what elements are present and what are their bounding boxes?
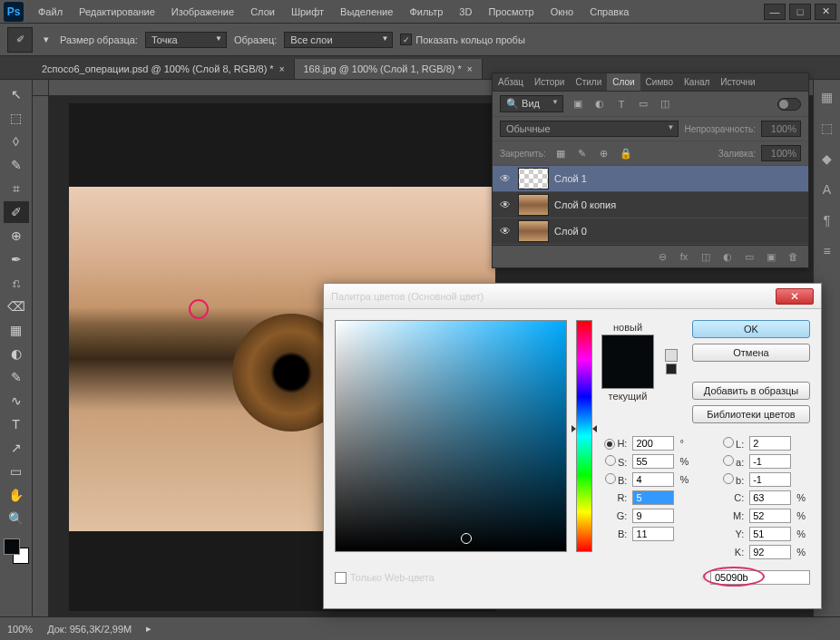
tool-7[interactable]: ✒	[4, 248, 29, 270]
close-icon[interactable]: ×	[467, 64, 473, 74]
layer-action-4[interactable]: ▭	[741, 249, 757, 264]
sample-size-select[interactable]: Точка	[145, 32, 227, 48]
visibility-icon[interactable]: 👁	[498, 225, 513, 238]
add-swatch-button[interactable]: Добавить в образцы	[692, 382, 810, 400]
doc-tab-0[interactable]: 2спосо6_операции.psd @ 100% (Слой 8, RGB…	[33, 59, 295, 79]
tool-1[interactable]: ⬚	[4, 107, 29, 129]
a-input[interactable]	[749, 454, 791, 469]
dock-icon-4[interactable]: ¶	[817, 210, 837, 230]
menu-редактирование[interactable]: Редактирование	[72, 3, 162, 21]
y-input[interactable]	[749, 527, 791, 541]
tool-11[interactable]: ◐	[4, 343, 29, 364]
ruler-vertical[interactable]	[33, 96, 49, 616]
menu-шрифт[interactable]: Шрифт	[284, 3, 331, 21]
doc-tab-1[interactable]: 168.jpg @ 100% (Слой 1, RGB/8) *×	[295, 59, 483, 79]
menu-изображение[interactable]: Изображение	[164, 3, 241, 21]
dialog-titlebar[interactable]: Палитра цветов (Основной цвет) ✕	[324, 284, 821, 309]
blend-mode-select[interactable]: Обычные	[500, 121, 679, 137]
tool-5[interactable]: ✐	[4, 201, 29, 223]
k-input[interactable]	[749, 545, 791, 559]
filter-icon-3[interactable]: ▭	[634, 97, 652, 112]
current-color-swatch[interactable]	[602, 362, 653, 388]
b-input[interactable]	[749, 472, 791, 487]
zoom-level[interactable]: 100%	[7, 624, 33, 635]
dock-icon-3[interactable]: A	[817, 179, 837, 199]
tool-10[interactable]: ▦	[4, 319, 29, 341]
l-radio[interactable]	[723, 437, 734, 448]
minimize-button[interactable]: —	[764, 4, 786, 20]
tool-8[interactable]: ⎌	[4, 272, 29, 294]
filter-icon-2[interactable]: T	[612, 97, 630, 112]
panel-tab-Стили[interactable]: Стили	[570, 73, 607, 91]
fg-color-swatch[interactable]	[4, 538, 20, 555]
dock-icon-5[interactable]: ≡	[817, 241, 837, 261]
color-picker-dialog[interactable]: Палитра цветов (Основной цвет) ✕ новый т…	[323, 283, 822, 609]
layer-row[interactable]: 👁Слой 0 копия	[493, 192, 808, 218]
menu-окно[interactable]: Окно	[543, 3, 581, 21]
layer-action-2[interactable]: ◫	[698, 249, 714, 264]
checkbox-icon[interactable]	[335, 572, 347, 584]
layer-row[interactable]: 👁Слой 1	[493, 166, 808, 192]
menu-фильтр[interactable]: Фильтр	[402, 3, 450, 21]
b-radio[interactable]	[723, 473, 734, 484]
bv-input[interactable]	[632, 472, 674, 487]
checkbox-icon[interactable]: ✓	[400, 34, 412, 45]
tool-2[interactable]: ◊	[4, 131, 29, 152]
ok-button[interactable]: OK	[692, 320, 810, 338]
layer-row[interactable]: 👁Слой 0	[493, 218, 808, 245]
layer-name[interactable]: Слой 0 копия	[554, 199, 616, 210]
layer-name[interactable]: Слой 1	[554, 173, 587, 184]
s-radio[interactable]	[605, 455, 616, 466]
close-icon[interactable]: ×	[279, 64, 285, 74]
close-button[interactable]: ✕	[815, 4, 836, 20]
s-input[interactable]	[632, 454, 674, 469]
dropdown-icon[interactable]: ▾	[40, 27, 53, 53]
tool-14[interactable]: T	[4, 413, 29, 435]
cancel-button[interactable]: Отмена	[692, 344, 810, 362]
lock-icon-2[interactable]: ⊕	[595, 146, 613, 160]
dock-icon-2[interactable]: ◆	[817, 149, 837, 169]
panel-tab-Симво[interactable]: Симво	[640, 73, 679, 91]
color-field[interactable]	[335, 320, 567, 552]
filter-toggle[interactable]	[777, 98, 801, 111]
l-input[interactable]	[749, 436, 791, 451]
layer-kind-select[interactable]: 🔍 Вид	[500, 95, 563, 112]
bb-input[interactable]	[632, 527, 674, 541]
bv-radio[interactable]	[605, 473, 616, 484]
tool-16[interactable]: ▭	[4, 461, 29, 482]
show-ring-option[interactable]: ✓ Показать кольцо пробы	[400, 34, 525, 45]
chevron-right-icon[interactable]: ▸	[146, 623, 151, 635]
sample-layers-select[interactable]: Все слои	[284, 32, 393, 48]
filter-icon-4[interactable]: ◫	[656, 97, 674, 112]
r-input[interactable]	[632, 490, 674, 505]
panel-tab-Источни[interactable]: Источни	[715, 73, 760, 91]
tool-17[interactable]: ✋	[4, 484, 29, 506]
c-input[interactable]	[749, 490, 791, 505]
menu-слои[interactable]: Слои	[243, 3, 282, 21]
a-radio[interactable]	[723, 455, 734, 466]
color-libraries-button[interactable]: Библиотеки цветов	[692, 405, 810, 423]
layer-action-5[interactable]: ▣	[763, 249, 779, 264]
layer-action-0[interactable]: ⊖	[654, 249, 670, 264]
tool-15[interactable]: ↗	[4, 437, 29, 459]
tool-4[interactable]: ⌗	[4, 178, 29, 199]
hex-input[interactable]	[710, 570, 810, 585]
layer-action-6[interactable]: 🗑	[785, 249, 801, 264]
layer-action-3[interactable]: ◐	[719, 249, 736, 264]
dock-icon-0[interactable]: ▦	[817, 87, 837, 107]
gamut-warning-icon[interactable]	[665, 349, 678, 362]
layer-thumbnail[interactable]	[518, 220, 549, 242]
menu-справка[interactable]: Справка	[582, 3, 636, 21]
menu-файл[interactable]: Файл	[31, 3, 70, 21]
tool-0[interactable]: ↖	[4, 83, 29, 105]
dock-icon-1[interactable]: ⬚	[817, 118, 837, 138]
menu-3d[interactable]: 3D	[452, 3, 479, 21]
lock-icon-1[interactable]: ✎	[573, 146, 591, 160]
g-input[interactable]	[632, 509, 674, 523]
layer-action-1[interactable]: fx	[676, 249, 692, 264]
tool-12[interactable]: ✎	[4, 366, 29, 388]
layer-thumbnail[interactable]	[518, 168, 549, 189]
color-swatches[interactable]	[4, 538, 29, 564]
lock-icon-3[interactable]: 🔒	[617, 146, 635, 160]
web-only-checkbox[interactable]: Только Web-цвета	[335, 572, 435, 584]
